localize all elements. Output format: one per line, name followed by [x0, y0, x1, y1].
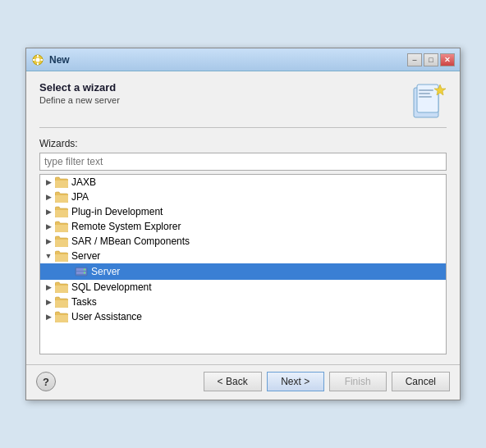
minimize-button[interactable]: – [407, 53, 422, 66]
wizards-label: Wizards: [39, 138, 447, 149]
window-title: New [49, 54, 407, 66]
svg-point-15 [84, 269, 85, 271]
tree-item-server[interactable]: ▼ Server [40, 249, 446, 263]
folder-icon-jaxb [55, 176, 68, 188]
expand-arrow-remote-system: ▶ [44, 222, 53, 231]
back-button[interactable]: < Back [204, 372, 262, 391]
tree-item-user-assist[interactable]: ▶ User Assistance [40, 309, 446, 324]
tree-item-label-tasks: Tasks [71, 296, 97, 308]
dialog-body: Select a wizard Define a new server Wiza… [26, 71, 460, 364]
header-subtitle: Define a new server [39, 95, 407, 105]
svg-rect-8 [419, 89, 433, 91]
title-bar-controls: – □ ✕ [407, 53, 455, 66]
expand-arrow-sql-dev: ▶ [44, 282, 53, 292]
header-title: Select a wizard [39, 81, 407, 94]
button-row: ? < Back Next > Finish Cancel [26, 364, 460, 400]
svg-point-1 [36, 57, 40, 62]
svg-rect-9 [419, 93, 430, 94]
tree-item-server-child[interactable]: Server [40, 263, 446, 280]
svg-rect-3 [37, 62, 39, 65]
svg-rect-2 [37, 55, 39, 57]
expand-arrow-server: ▼ [44, 251, 53, 261]
tree-item-label-jaxb: JAXB [71, 176, 96, 188]
restore-button[interactable]: □ [424, 53, 438, 66]
tree-item-label-sar-mbean: SAR / MBean Components [71, 235, 190, 247]
expand-arrow-user-assist: ▶ [44, 312, 53, 322]
expand-arrow-sar-mbean: ▶ [44, 236, 53, 246]
tree-item-label-remote-system: Remote System Explorer [71, 221, 181, 232]
folder-icon-server [55, 250, 68, 262]
title-bar: New – □ ✕ [26, 48, 460, 71]
svg-rect-4 [33, 59, 35, 61]
folder-icon-remote-system [55, 221, 68, 232]
tree-item-label-user-assist: User Assistance [71, 311, 142, 322]
dialog-window: New – □ ✕ Select a wizard Define a new s… [25, 48, 461, 400]
server-item-icon [75, 265, 88, 278]
finish-button[interactable]: Finish [329, 372, 387, 391]
tree-item-sql-dev[interactable]: ▶ SQL Development [40, 280, 446, 295]
next-button[interactable]: Next > [267, 372, 324, 391]
filter-input[interactable] [39, 153, 447, 171]
folder-icon-sql-dev [55, 281, 68, 293]
expand-arrow-plugin-dev: ▶ [44, 207, 53, 217]
tree-item-label-jpa: JPA [71, 191, 89, 203]
dialog-icon [31, 53, 44, 66]
folder-icon-sar-mbean [55, 235, 68, 247]
folder-icon-tasks [55, 296, 68, 308]
tree-item-remote-system[interactable]: ▶ Remote System Explorer [40, 219, 446, 234]
folder-icon-plugin-dev [55, 206, 68, 217]
folder-icon-jpa [55, 191, 68, 203]
tree-item-jpa[interactable]: ▶ JPA [40, 190, 446, 204]
tree-item-label-server-child: Server [91, 266, 120, 277]
expand-arrow-server-child [63, 267, 73, 277]
folder-icon-user-assist [55, 311, 68, 322]
expand-arrow-tasks: ▶ [44, 297, 53, 307]
svg-rect-5 [41, 59, 44, 61]
tree-item-sar-mbean[interactable]: ▶ SAR / MBean Components [40, 234, 446, 249]
wizard-icon [407, 81, 447, 121]
expand-arrow-jaxb: ▶ [44, 177, 53, 187]
close-button[interactable]: ✕ [440, 53, 455, 66]
tree-item-label-plugin-dev: Plug-in Development [71, 206, 163, 217]
tree-item-tasks[interactable]: ▶ Tasks [40, 295, 446, 309]
header-section: Select a wizard Define a new server [39, 81, 447, 128]
svg-point-16 [84, 272, 85, 274]
header-text: Select a wizard Define a new server [39, 81, 407, 105]
tree-item-label-sql-dev: SQL Development [71, 281, 152, 293]
tree-item-plugin-dev[interactable]: ▶ Plug-in Development [40, 204, 446, 219]
svg-rect-10 [419, 96, 432, 98]
cancel-button[interactable]: Cancel [392, 372, 450, 391]
expand-arrow-jpa: ▶ [44, 192, 53, 202]
tree-item-jaxb[interactable]: ▶ JAXB [40, 175, 446, 190]
help-button[interactable]: ? [36, 372, 56, 391]
tree-item-label-server: Server [71, 250, 100, 262]
tree-container[interactable]: ▶ JAXB ▶ JPA ▶ Plug-in Developm [39, 174, 447, 354]
